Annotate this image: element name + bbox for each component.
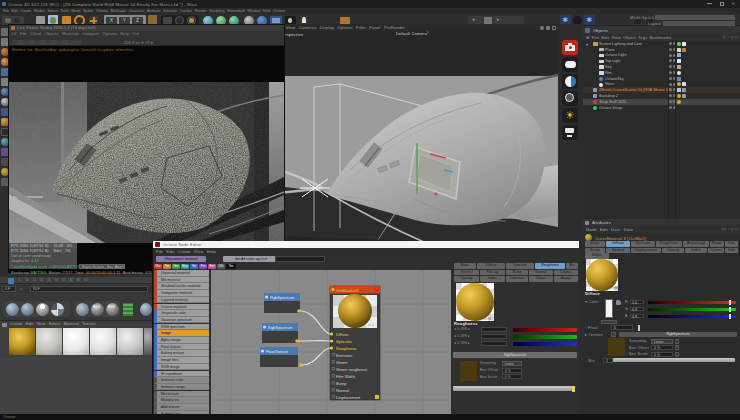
svg-text:Displacement: Displacement (336, 395, 361, 400)
svg-text:Film Width: Film Width (336, 374, 355, 379)
svg-text:Roughness: Roughness (336, 346, 356, 351)
svg-text:RgbSpectrum: RgbSpectrum (270, 295, 295, 300)
svg-text:FloatTexture: FloatTexture (266, 349, 289, 354)
svg-text:Normal: Normal (336, 388, 349, 393)
svg-text:RgbSpectrum: RgbSpectrum (268, 325, 293, 330)
svg-text:x1.0: x1.0 (368, 323, 374, 327)
svg-text:Bump: Bump (336, 381, 347, 386)
svg-text:Meshes: tris: Mesh/tri/disp: u: Meshes: tris: Mesh/tri/disp: updating/tr… (12, 48, 135, 52)
svg-text:Specular: Specular (336, 339, 352, 344)
svg-text:OctMaterial1: OctMaterial1 (336, 288, 359, 293)
svg-text:Sheen: Sheen (336, 360, 348, 365)
svg-text:Sheen roughness: Sheen roughness (336, 367, 367, 372)
svg-text:Diffuse: Diffuse (336, 332, 349, 337)
svg-text:Emission: Emission (336, 353, 352, 358)
